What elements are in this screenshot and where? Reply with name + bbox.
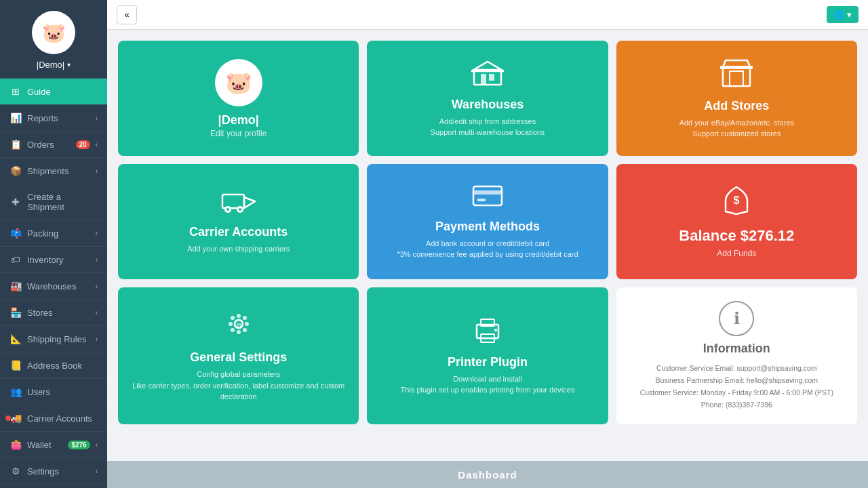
collapse-sidebar-button[interactable]: « [117,5,137,24]
nav-icon-create-shipment: ✚ [9,197,22,207]
nav-arrow-reports: ‹ [96,115,98,122]
nav-arrow-warehouses: ‹ [96,283,98,290]
svg-point-19 [237,330,241,334]
card-icon-balance: $ [722,186,751,222]
card-title-carrier-accounts-card: Carrier Accounts [189,225,288,239]
nav-icon-orders: 📋 [9,139,22,150]
card-title-printer-plugin: Printer Plugin [448,355,528,369]
card-printer-plugin[interactable]: Printer Plugin Download and installThis … [367,287,608,424]
card-desc-printer-plugin: Download and installThis plugin set up e… [401,373,575,396]
svg-point-12 [239,208,241,211]
nav-label-reports: Reports [27,113,90,123]
sidebar-item-shipments[interactable]: 📦Shipments‹ [0,158,107,184]
content-area: 🐷 |Demo| Edit your profile Warehouses Ad… [107,30,868,461]
nav-label-create-shipment: Create a Shipment [27,192,98,212]
svg-point-20 [229,322,233,326]
sidebar-item-warehouses[interactable]: 🏭Warehouses‹ [0,273,107,300]
nav-icon-stores: 🏪 [9,307,22,318]
card-desc-add-stores: Add your eBay/Amazon/etc. storesSupport … [679,117,794,140]
svg-marker-8 [244,197,255,208]
card-carrier-accounts-card[interactable]: Carrier Accounts Add your own shipping c… [118,164,359,279]
svg-rect-2 [481,74,486,85]
sidebar-username[interactable]: |Demo| ▾ [37,60,71,70]
add-funds-label: Add Funds [717,249,756,258]
nav-icon-address-book: 📒 [9,360,22,371]
info-icon: ℹ [719,301,754,336]
nav-icon-packing: 📫 [9,228,22,239]
card-payment-methods[interactable]: Payment Methods Add bank account or cred… [367,164,608,279]
card-icon-general-settings: ⚙ [224,309,254,345]
nav-label-inventory: Inventory [27,255,90,265]
svg-point-11 [226,208,229,211]
sidebar-item-users[interactable]: 👥Users [0,379,107,405]
card-desc-payment-methods: Add bank account or credit/debit card*3%… [397,238,578,260]
nav-label-shipments: Shipments [27,166,90,176]
notification-dot [5,415,11,421]
nav-label-packing: Packing [27,228,90,239]
topbar-left: « [117,5,137,24]
card-add-stores[interactable]: Add Stores Add your eBay/Amazon/etc. sto… [616,41,857,156]
sidebar-item-orders[interactable]: 📋Orders20‹ [0,131,107,158]
card-title-warehouses: Warehouses [452,98,524,112]
svg-rect-13 [473,186,502,205]
sidebar-item-carrier-accounts[interactable]: 🚚Carrier Accounts [0,405,107,432]
nav-label-guide: Guide [27,87,98,97]
nav-label-wallet: Wallet [27,440,62,450]
svg-rect-15 [477,199,486,201]
sidebar-item-wallet[interactable]: 👛Wallet$276‹ [0,432,107,458]
svg-text:⚙: ⚙ [235,322,241,329]
topbar-right: 🌐 ▾ [827,6,859,23]
balance-amount: Balance $276.12 [679,227,794,245]
nav-icon-warehouses: 🏭 [9,281,22,291]
nav-icon-wallet: 👛 [9,439,22,450]
sidebar-item-shipping-rules[interactable]: 📐Shipping Rules‹ [0,326,107,352]
card-information[interactable]: ℹ Information Customer Service Email: su… [616,287,857,424]
sidebar: 🐷 |Demo| ▾ ⊞Guide📊Reports‹📋Orders20‹📦Shi… [0,0,107,488]
nav-arrow-orders: ‹ [96,141,98,148]
nav-icon-shipping-rules: 📐 [9,333,22,344]
sidebar-item-create-shipment[interactable]: ✚Create a Shipment [0,184,107,220]
svg-rect-14 [473,190,502,195]
card-icon-payment-methods [472,184,503,214]
sidebar-item-guide[interactable]: ⊞Guide [0,79,107,105]
sidebar-item-stores[interactable]: 🏪Stores‹ [0,300,107,326]
nav-label-address-book: Address Book [27,361,98,371]
card-title-payment-methods: Payment Methods [435,220,540,234]
card-general-settings[interactable]: ⚙ General Settings Config global paramet… [118,287,359,424]
svg-point-31 [494,329,497,331]
topbar: « 🌐 ▾ [107,0,868,30]
sidebar-item-reports[interactable]: 📊Reports‹ [0,105,107,131]
sidebar-nav: ⊞Guide📊Reports‹📋Orders20‹📦Shipments‹✚Cre… [0,79,107,488]
card-balance[interactable]: $ Balance $276.12 Add Funds [616,164,857,279]
sidebar-profile: 🐷 |Demo| ▾ [0,0,107,79]
sidebar-item-inventory[interactable]: 🏷Inventory‹ [0,247,107,273]
nav-arrow-settings: ‹ [96,468,98,475]
info-content: Customer Service Email: support@shipsavi… [640,363,833,411]
language-button[interactable]: 🌐 ▾ [827,6,859,23]
profile-name: |Demo| [218,113,259,127]
nav-label-carrier-accounts: Carrier Accounts [27,413,98,424]
card-icon-warehouses [471,59,504,92]
language-dropdown-caret: ▾ [847,9,852,20]
card-icon-add-stores [720,58,753,94]
nav-arrow-shipping-rules: ‹ [96,336,98,343]
svg-point-18 [237,314,241,318]
svg-text:$: $ [734,195,740,206]
card-warehouses[interactable]: Warehouses Add/edit ship from addressesS… [367,41,608,156]
svg-point-22 [231,316,235,320]
nav-icon-guide: ⊞ [9,86,22,97]
card-title-add-stores: Add Stores [704,99,769,113]
nav-label-users: Users [27,387,98,397]
svg-rect-7 [222,195,244,208]
nav-arrow-shipments: ‹ [96,167,98,175]
svg-point-23 [243,328,247,332]
sidebar-item-address-book[interactable]: 📒Address Book [0,352,107,379]
nav-label-orders: Orders [27,140,71,150]
svg-rect-0 [474,70,501,85]
username-label: |Demo| [37,60,64,70]
card-profile[interactable]: 🐷 |Demo| Edit your profile [118,41,359,156]
sidebar-item-settings[interactable]: ⚙Settings‹ [0,458,107,485]
svg-point-21 [245,322,249,326]
bottom-bar: Dashboard [107,461,868,488]
sidebar-item-packing[interactable]: 📫Packing‹ [0,220,107,247]
